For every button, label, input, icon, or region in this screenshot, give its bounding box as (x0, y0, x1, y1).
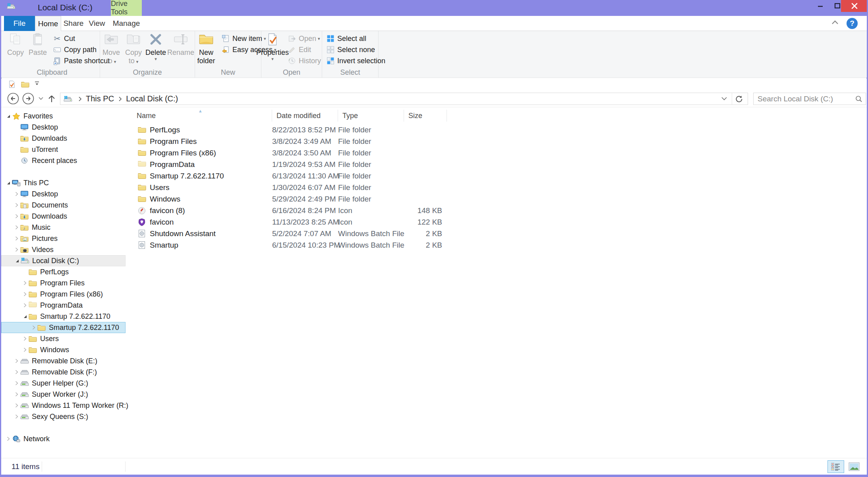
minimize-button[interactable] (812, 0, 829, 12)
paste-button[interactable]: Paste (27, 32, 49, 57)
expand-arrow-icon[interactable] (22, 303, 28, 308)
tree-item-videos[interactable]: Videos (1, 244, 126, 255)
collapse-ribbon-button[interactable] (831, 19, 841, 28)
tab-manage[interactable]: Manage (110, 16, 143, 31)
back-button[interactable] (7, 92, 19, 105)
file-row-users[interactable]: Users1/30/2024 6:07 AMFile folder (132, 182, 867, 193)
file-row-favicon[interactable]: favicon11/13/2023 8:25 AMIcon122 KB (132, 216, 867, 228)
tree-item-network[interactable]: Network (1, 433, 126, 444)
details-view-button[interactable] (827, 460, 844, 473)
tree-item-this-pc[interactable]: This PC (1, 177, 126, 188)
search-icon[interactable] (855, 95, 862, 103)
expand-arrow-icon[interactable] (14, 225, 20, 230)
tree-item-downloads[interactable]: Downloads (1, 133, 126, 144)
select-none-button[interactable]: Select none (324, 44, 388, 55)
expand-arrow-icon[interactable] (22, 281, 28, 285)
expand-arrow-icon[interactable] (22, 292, 28, 297)
expand-arrow-icon[interactable] (14, 359, 20, 363)
expand-arrow-icon[interactable] (14, 381, 20, 386)
copy-button[interactable]: Copy (4, 32, 27, 57)
tree-item-documents[interactable]: Documents (1, 200, 126, 211)
tree-item-program-files-x86-[interactable]: Program Files (x86) (1, 289, 126, 300)
copy-to-button[interactable]: Copyto▾ (122, 32, 145, 66)
collapse-arrow-icon[interactable] (14, 259, 20, 263)
file-row-programdata[interactable]: ProgramData1/19/2024 9:53 AMFile folder (132, 159, 867, 170)
recent-locations-dropdown[interactable] (37, 92, 45, 105)
invert-selection-button[interactable]: Invert selection (324, 55, 388, 66)
rename-button[interactable]: Rename (167, 32, 195, 57)
tree-item-super-helper-g-[interactable]: Super Helper (G:) (1, 378, 126, 389)
forward-button[interactable] (22, 92, 35, 105)
help-button[interactable]: ? (847, 18, 858, 29)
tree-item-windows[interactable]: Windows (1, 344, 126, 355)
tab-share[interactable]: Share (61, 16, 86, 31)
file-row-perflogs[interactable]: PerfLogs8/22/2013 8:52 PMFile folder (132, 124, 867, 136)
tree-item-removable-disk-f-[interactable]: Removable Disk (F:) (1, 366, 126, 378)
expand-arrow-icon[interactable] (14, 203, 20, 207)
expand-arrow-icon[interactable] (14, 414, 20, 419)
breadcrumb-local-disk-c[interactable]: Local Disk (C:) (124, 94, 180, 103)
quick-properties-icon[interactable] (7, 80, 16, 89)
tree-item-desktop[interactable]: Desktop (1, 122, 126, 133)
up-button[interactable] (46, 92, 58, 105)
expand-arrow-icon[interactable] (22, 347, 28, 352)
expand-arrow-icon[interactable] (14, 392, 20, 397)
collapse-arrow-icon[interactable] (22, 314, 28, 318)
expand-arrow-icon[interactable] (14, 247, 20, 252)
file-row-favicon-8-[interactable]: favicon (8)6/16/2024 8:24 PMIcon148 KB (132, 205, 867, 216)
tree-item-perflogs[interactable]: PerfLogs (1, 266, 126, 277)
move-to-button[interactable]: Moveto▾ (100, 32, 122, 66)
address-dropdown-button[interactable] (719, 93, 729, 105)
expand-arrow-icon[interactable] (14, 403, 20, 408)
thumbnail-view-button[interactable] (847, 461, 862, 472)
tree-item-users[interactable]: Users (1, 333, 126, 344)
column-header-name[interactable]: Name ▴ (132, 110, 272, 122)
file-row-program-files-x86-[interactable]: Program Files (x86)3/8/2024 3:50 AMFile … (132, 147, 867, 159)
tree-item-downloads[interactable]: Downloads (1, 211, 126, 222)
properties-button[interactable]: Properties▾ (261, 32, 284, 61)
edit-button[interactable]: Edit (285, 44, 323, 55)
collapse-arrow-icon[interactable] (5, 181, 12, 185)
tree-item-pictures[interactable]: Pictures (1, 233, 126, 244)
expand-arrow-icon[interactable] (14, 236, 20, 241)
tree-item-super-worker-j-[interactable]: Super Worker (J:) (1, 389, 126, 400)
refresh-button[interactable] (732, 93, 745, 105)
delete-button[interactable]: Delete▾ (145, 32, 167, 61)
select-all-button[interactable]: Select all (324, 33, 388, 44)
tree-item-programdata[interactable]: ProgramData (1, 300, 126, 311)
tree-item-recent-places[interactable]: Recent places (1, 155, 126, 166)
file-row-shutdown-assistant[interactable]: Shutdown Assistant5/2/2024 7:07 AMWindow… (132, 228, 867, 239)
tree-item-favorites[interactable]: Favorites (1, 111, 126, 122)
breadcrumb-this-pc[interactable]: This PC (83, 94, 116, 103)
quick-new-folder-icon[interactable] (20, 80, 30, 89)
tree-item-program-files[interactable]: Program Files (1, 277, 126, 289)
column-header-size[interactable]: Size (404, 110, 447, 122)
tree-item-utorrent[interactable]: uTorrent (1, 144, 126, 155)
tree-item-local-disk-c-[interactable]: Local Disk (C:) (1, 255, 126, 266)
expand-arrow-icon[interactable] (14, 214, 20, 219)
expand-arrow-icon[interactable] (14, 192, 20, 196)
expand-arrow-icon[interactable] (14, 370, 20, 374)
tree-item-sexy-queens-s-[interactable]: Sexy Queens (S:) (1, 411, 126, 422)
tree-item-smartup-7-2-622-1170[interactable]: Smartup 7.2.622.1170 (1, 322, 126, 333)
column-header-type[interactable]: Type (338, 110, 404, 122)
search-input[interactable] (757, 93, 852, 104)
column-header-date-modified[interactable]: Date modified (272, 110, 338, 122)
tree-item-windows-11-temp-worker-r-[interactable]: Windows 11 Temp Worker (R:) (1, 400, 126, 411)
file-row-program-files[interactable]: Program Files3/8/2024 3:49 AMFile folder (132, 136, 867, 147)
expand-arrow-icon[interactable] (22, 336, 28, 341)
file-row-smartup-7-2-622-1170[interactable]: Smartup 7.2.622.11706/13/2024 11:30 AMFi… (132, 170, 867, 182)
tab-home[interactable]: Home (35, 16, 61, 31)
open-button[interactable]: Open▾ (285, 33, 323, 44)
tab-view[interactable]: View (86, 16, 108, 31)
tree-item-desktop[interactable]: Desktop (1, 188, 126, 200)
close-button[interactable] (841, 0, 868, 12)
file-row-smartup[interactable]: Smartup6/15/2024 10:23 PMWindows Batch F… (132, 239, 867, 251)
tree-item-smartup-7-2-622-1170[interactable]: Smartup 7.2.622.1170 (1, 311, 126, 322)
tab-file[interactable]: File (4, 16, 35, 31)
expand-arrow-icon[interactable] (5, 436, 12, 441)
contextual-tab-drive-tools[interactable]: Drive Tools (111, 0, 142, 16)
new-folder-button[interactable]: Newfolder (195, 32, 217, 65)
tree-item-removable-disk-e-[interactable]: Removable Disk (E:) (1, 355, 126, 366)
expand-arrow-icon[interactable] (31, 325, 37, 330)
